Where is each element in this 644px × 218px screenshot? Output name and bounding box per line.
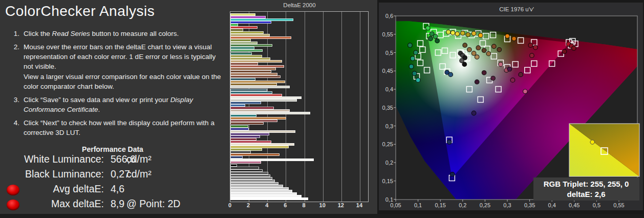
axis-tick-label: 0,35 (524, 202, 535, 208)
x-axis-tick-label: 0 (223, 202, 237, 208)
x-axis-tick-label: 6 (278, 202, 292, 208)
performance-row: White Luminance:566,6cd/m² (0, 153, 225, 168)
axis-tick-label: 0,55 (613, 202, 624, 208)
measured-point[interactable] (409, 64, 414, 69)
measured-point[interactable] (572, 46, 576, 51)
measured-point[interactable] (462, 62, 467, 67)
measured-point[interactable] (455, 32, 460, 36)
measured-point[interactable] (428, 36, 433, 41)
measured-point[interactable] (467, 47, 472, 52)
x-axis-tick-label: 8 (297, 202, 311, 208)
measured-point[interactable] (519, 72, 523, 77)
performance-row: Black Luminance:0,27cd/m² (0, 168, 225, 183)
axis-tick-label: 0,45 (382, 68, 393, 74)
measured-point[interactable] (486, 51, 491, 56)
measured-point[interactable] (471, 51, 476, 56)
measured-point[interactable] (523, 89, 528, 94)
measured-point[interactable] (461, 31, 465, 35)
instruction-number: 3. (7, 95, 19, 114)
measured-point[interactable] (482, 48, 486, 53)
instruction-text: Click the Read Series button to measure … (24, 29, 222, 38)
measured-point[interactable] (448, 72, 453, 77)
metric-label: White Luminance: (0, 153, 104, 165)
instruction-number: 2. (7, 42, 19, 91)
measured-point[interactable] (491, 76, 496, 81)
measured-point[interactable] (530, 53, 534, 58)
measured-point[interactable] (435, 38, 440, 43)
performance-header: Performance Data (0, 145, 225, 153)
axis-tick-label: 0,4 (385, 86, 393, 92)
inset-readout: RGB Triplet: 255, 255, 0 deltaE: 2,6 (533, 177, 639, 201)
performance-data: Performance Data White Luminance:566,6cd… (0, 145, 225, 213)
measured-point[interactable] (414, 50, 418, 55)
measured-point[interactable] (512, 36, 517, 41)
measured-point[interactable] (463, 43, 467, 48)
gridline (323, 12, 324, 202)
axis-tick-label: 0,3 (503, 202, 511, 208)
delta-e-chart: DeltaE 2000 02468101214 (225, 0, 376, 214)
measured-point[interactable] (492, 44, 497, 49)
measured-point[interactable] (425, 26, 430, 30)
measured-point[interactable] (471, 111, 476, 115)
axis-tick-label: 0,55 (382, 31, 393, 37)
measured-point[interactable] (433, 34, 438, 39)
color-error-inset (569, 124, 639, 176)
measured-point[interactable] (562, 49, 567, 54)
measured-point[interactable] (412, 71, 417, 76)
measured-point[interactable] (450, 172, 455, 177)
axis-tick-label: 0,25 (480, 202, 490, 208)
instruction-text: Click “Save” to save data and view or pr… (24, 95, 222, 114)
measured-point[interactable] (446, 30, 451, 34)
measured-point[interactable] (471, 31, 476, 36)
measured-point[interactable] (450, 31, 455, 35)
measured-point[interactable] (447, 140, 452, 145)
metric-value: 4,6 (111, 183, 124, 195)
axis-tick-label: 0,1 (385, 196, 393, 203)
axis-tick-label: 0,6 (385, 13, 393, 19)
measured-point[interactable] (510, 78, 515, 83)
performance-rows: White Luminance:566,6cd/m²Black Luminanc… (0, 153, 225, 213)
axis-tick-label: 0,1 (414, 202, 422, 208)
measured-point[interactable] (497, 47, 502, 52)
instruction-item: 2.Mouse over the error bars on the delta… (7, 42, 222, 91)
instruction-text: Click “Next” to check how well the displ… (24, 118, 222, 137)
gridline (360, 12, 360, 202)
x-axis-tick-label: 12 (334, 202, 348, 208)
measured-point[interactable] (466, 32, 470, 37)
cie-chart-title: CIE 1976 u'v' (499, 6, 534, 12)
metric-label: Avg deltaE: (0, 183, 104, 195)
measured-point[interactable] (475, 80, 479, 84)
measured-point[interactable] (482, 71, 486, 75)
instruction-text: Mouse over the error bars on the deltaE … (24, 42, 222, 91)
axis-tick-label: 0,35 (382, 105, 393, 111)
measured-point[interactable] (528, 43, 533, 48)
colorchecker-analysis-screen: ColorChecker Analysis 1.Click the Read S… (0, 0, 644, 218)
gridline (286, 12, 286, 202)
axis-tick-label: 0,5 (593, 202, 600, 208)
axis-tick-label: 0,15 (382, 178, 393, 184)
measured-point[interactable] (408, 43, 413, 48)
delta-e-bar[interactable] (230, 197, 308, 200)
measured-point[interactable] (478, 33, 483, 38)
x-axis-tick-label: 14 (353, 202, 366, 208)
gridline (305, 12, 305, 202)
axis-tick-label: 0,15 (435, 202, 445, 208)
x-axis-tick-label: 10 (316, 202, 329, 208)
axis-tick-label: 0,05 (390, 202, 401, 208)
instruction-item: 4.Click “Next” to check how well the dis… (7, 118, 222, 137)
rgb-triplet-text: RGB Triplet: 255, 255, 0 (544, 180, 629, 188)
measured-point[interactable] (499, 62, 503, 67)
measured-point[interactable] (411, 56, 415, 61)
bottom-border (0, 214, 644, 218)
measured-point[interactable] (476, 46, 481, 50)
measured-point[interactable] (507, 67, 512, 71)
left-panel: ColorChecker Analysis 1.Click the Read S… (0, 0, 225, 214)
page-title: ColorChecker Analysis (5, 3, 155, 19)
instructions-list: 1.Click the Read Series button to measur… (7, 29, 222, 142)
measured-point[interactable] (416, 78, 420, 83)
measured-point[interactable] (505, 34, 510, 38)
performance-row: Max deltaE:8,9@ Point: 2D (0, 198, 225, 213)
metric-value: 8,9 (111, 198, 124, 210)
measured-point[interactable] (475, 55, 479, 60)
measured-point[interactable] (533, 45, 538, 50)
